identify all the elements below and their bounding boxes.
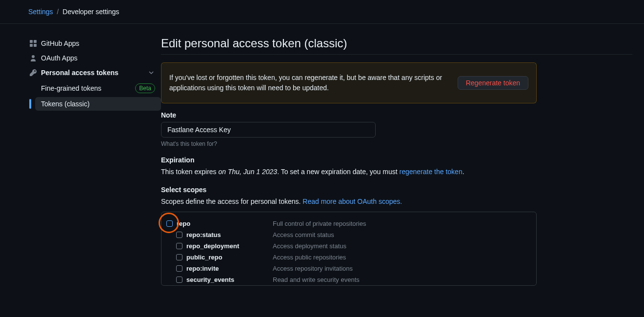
regenerate-warning-box: If you've lost or forgotten this token, …	[161, 62, 537, 103]
scope-desc: Access deployment status	[273, 242, 346, 250]
sidebar-label: OAuth Apps	[41, 54, 78, 62]
expiration-label: Expiration	[161, 156, 632, 164]
expiration-text: This token expires on Thu, Jun 1 2023. T…	[161, 167, 632, 177]
sidebar-item-oauth-apps[interactable]: OAuth Apps	[23, 51, 161, 65]
scopes-desc: Scopes define the access for personal to…	[161, 197, 632, 207]
page-title: Edit personal access token (classic)	[161, 37, 632, 55]
expiration-section: Expiration This token expires on Thu, Ju…	[161, 156, 632, 177]
scope-row-repo: repo Full control of private repositorie…	[161, 218, 536, 229]
scope-checkbox-deployment[interactable]	[176, 243, 182, 249]
scope-name: repo_deployment	[186, 242, 239, 250]
sidebar: GitHub Apps OAuth Apps Personal access t…	[0, 37, 161, 286]
scopes-list: repo Full control of private repositorie…	[161, 212, 537, 286]
breadcrumb-settings-link[interactable]: Settings	[28, 8, 53, 16]
expiration-date: on Thu, Jun 1 2023	[219, 168, 278, 176]
note-hint: What's this token for?	[161, 140, 632, 147]
note-section: Note What's this token for?	[161, 111, 632, 147]
sidebar-label: Fine-grained tokens	[41, 84, 101, 92]
apps-icon	[29, 40, 37, 47]
scope-checkbox-public[interactable]	[176, 254, 182, 260]
key-icon	[29, 69, 37, 77]
scope-name: public_repo	[186, 254, 222, 261]
scope-name: security_events	[186, 276, 234, 283]
note-label: Note	[161, 111, 632, 119]
scope-desc: Read and write security events	[273, 276, 360, 283]
sidebar-item-github-apps[interactable]: GitHub Apps	[23, 37, 161, 50]
regenerate-token-button[interactable]: Regenerate token	[458, 76, 528, 90]
sidebar-item-tokens-classic[interactable]: Tokens (classic)	[35, 97, 161, 111]
breadcrumb-separator: /	[57, 8, 59, 16]
scope-name: repo:invite	[186, 265, 219, 272]
sidebar-label: Personal access tokens	[41, 69, 119, 77]
breadcrumb-current: Developer settings	[62, 8, 119, 16]
scope-row-repo-deployment: repo_deployment Access deployment status	[161, 240, 536, 252]
scope-checkbox-status[interactable]	[176, 232, 182, 238]
scopes-section: Select scopes Scopes define the access f…	[161, 186, 632, 207]
scope-row-repo-status: repo:status Access commit status	[161, 229, 536, 240]
sidebar-label: GitHub Apps	[41, 40, 80, 47]
scope-checkbox-repo[interactable]	[166, 220, 173, 227]
oauth-scopes-link[interactable]: Read more about OAuth scopes.	[302, 198, 402, 205]
scope-name: repo:status	[186, 231, 221, 238]
warning-message: If you've lost or forgotten this token, …	[169, 73, 450, 93]
scope-row-repo-invite: repo:invite Access repository invitation…	[161, 263, 536, 274]
scope-desc: Access public repositories	[273, 254, 346, 261]
scope-checkbox-security[interactable]	[176, 277, 182, 283]
chevron-down-icon	[147, 69, 155, 77]
scope-checkbox-invite[interactable]	[176, 265, 182, 272]
scope-desc: Access commit status	[273, 231, 334, 238]
scopes-label: Select scopes	[161, 186, 632, 194]
person-icon	[29, 54, 37, 62]
note-input[interactable]	[161, 122, 376, 138]
regenerate-link[interactable]: regenerate the token	[399, 168, 462, 176]
scope-desc: Access repository invitations	[273, 265, 353, 272]
scope-row-security-events: security_events Read and write security …	[161, 274, 536, 285]
sidebar-item-personal-access-tokens[interactable]: Personal access tokens	[23, 66, 161, 79]
breadcrumb: Settings / Developer settings	[28, 8, 119, 16]
sidebar-item-fine-grained[interactable]: Fine-grained tokens Beta	[35, 80, 161, 96]
beta-badge: Beta	[135, 83, 155, 93]
scope-name: repo	[177, 220, 190, 227]
breadcrumb-bar: Settings / Developer settings	[0, 0, 644, 24]
scope-desc: Full control of private repositories	[273, 220, 366, 227]
main-content: Edit personal access token (classic) If …	[161, 37, 644, 286]
sidebar-label: Tokens (classic)	[41, 100, 90, 108]
scope-row-public-repo: public_repo Access public repositories	[161, 252, 536, 263]
